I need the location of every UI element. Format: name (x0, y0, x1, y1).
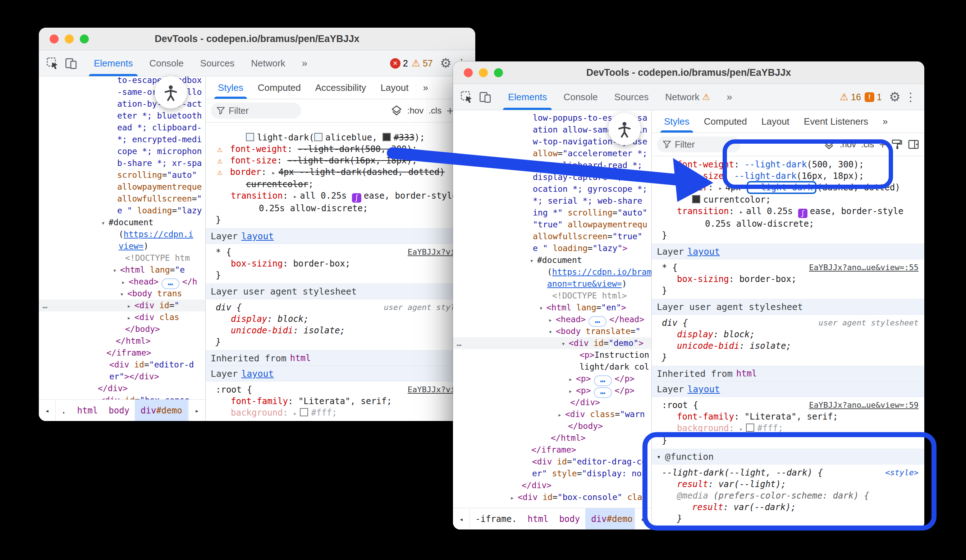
dom-tree-line[interactable]: ▸<head>…</h (39, 276, 205, 288)
style-declaration[interactable]: box-sizing: border-box; (657, 273, 921, 285)
dom-tree-line[interactable]: </div> (39, 383, 205, 395)
breadcrumb-item[interactable]: html (528, 514, 549, 524)
style-declaration[interactable]: transition: ▸all 0.25s ʃease, border-sty… (657, 205, 921, 218)
style-declaration[interactable]: 0.25s allow-discrete; (211, 203, 472, 214)
style-declaration[interactable]: } (657, 229, 921, 241)
tree-expand-icon[interactable]: ▸ (545, 314, 556, 326)
dom-tree-line[interactable]: <div id="editor-drag-co (453, 456, 651, 468)
style-declaration[interactable]: box-sizing: border-box; (211, 258, 472, 269)
style-declaration[interactable]: :root {EaYBJJx?view= (211, 384, 472, 395)
tab--[interactable]: » (300, 50, 309, 76)
style-declaration[interactable]: result: var(--light); (657, 478, 921, 490)
dom-tree-line[interactable]: eter *; bluetooth (39, 110, 205, 122)
layer-link[interactable]: layout (687, 246, 720, 257)
style-declaration[interactable]: ⚠font-size: --light-dark(16px, 18px); (211, 155, 472, 166)
sidebar-tab-styles[interactable]: Styles (662, 110, 691, 133)
tab-console[interactable]: Console (561, 84, 600, 110)
style-declaration[interactable]: ⚠border: ▸4px --light-dark(dashed, dotte… (211, 166, 472, 178)
style-declaration[interactable]: border: ▸4px --light-dark(dashed, dotted… (657, 182, 921, 194)
tab-network[interactable]: Network (249, 50, 287, 76)
filter-input[interactable]: Filter (211, 103, 301, 118)
dom-tree-line[interactable]: …▾<div id="demo"> (453, 337, 651, 349)
layer-link[interactable]: layout (241, 368, 274, 379)
maximize-button[interactable] (80, 34, 89, 43)
tree-expand-icon[interactable]: ▸ (507, 492, 518, 504)
dom-tree-line[interactable]: ▸<head>…</head> (453, 314, 651, 326)
tree-expand-icon[interactable]: ▾ (558, 338, 569, 349)
style-declaration[interactable]: } (657, 524, 921, 529)
dom-tree-line[interactable]: e " loading="lazy (39, 205, 205, 216)
sidebar-tab-layout[interactable]: Layout (379, 77, 410, 99)
gear-icon[interactable]: ⚙ (889, 90, 900, 105)
layer-link[interactable]: layout (687, 384, 720, 395)
tree-expand-icon[interactable]: ▾ (526, 255, 537, 267)
sidebar-tab-computed[interactable]: Computed (703, 110, 749, 133)
dom-tree-line[interactable]: allowpaymentreque (39, 181, 205, 193)
cascade-icon[interactable] (823, 139, 835, 150)
dom-tree-line[interactable]: b-share *; xr-spa (39, 157, 205, 169)
sidebar-tab-event-listeners[interactable]: Event Listeners (802, 110, 870, 133)
dom-tree-line[interactable]: </div> (453, 396, 651, 408)
style-declaration[interactable]: } (657, 435, 921, 446)
stylesheet-source-link[interactable]: EaYBJJx?ano…ue&view=:55 (809, 262, 918, 273)
sidebar-tab-layout[interactable]: Layout (760, 110, 791, 133)
style-declaration[interactable]: } (657, 513, 921, 524)
tab-network[interactable]: Network⚠ (663, 84, 712, 110)
hidden-elements-icon[interactable]: … (43, 300, 48, 311)
sidebar-tab--[interactable]: » (881, 110, 889, 133)
element-classes-button[interactable]: .cls (429, 106, 442, 116)
expand-shorthand-icon[interactable]: ▸ (293, 193, 300, 200)
dom-tree-line[interactable]: a *; clipboard-read *; (453, 159, 651, 171)
dom-tree-line[interactable]: er"></div> (39, 371, 205, 383)
breadcrumb-item[interactable]: div#demo (585, 508, 634, 529)
filter-input[interactable]: Filter (657, 136, 741, 152)
dom-tree-line[interactable]: ▸<div id="box-conso (39, 395, 205, 400)
breadcrumb-scroll-left[interactable]: ◂ (39, 400, 56, 421)
tab-elements[interactable]: Elements (506, 84, 549, 110)
dom-tree-line[interactable]: e " loading="lazy"> (453, 242, 651, 254)
minimize-button[interactable] (65, 34, 74, 43)
breadcrumb-item[interactable]: body (559, 514, 580, 524)
dom-tree-line[interactable]: (https://cdpn.i (39, 228, 205, 240)
style-declaration[interactable]: result: var(--dark); (657, 501, 921, 513)
style-declaration[interactable]: currentcolor; (211, 178, 472, 190)
dom-tree-line[interactable]: </html> (39, 335, 205, 347)
dom-tree-line[interactable]: ▾#document (453, 254, 651, 266)
style-declaration[interactable]: @media (prefers-color-scheme: dark) { (657, 490, 921, 501)
style-declaration[interactable]: background: ▸#fff; (211, 407, 472, 419)
window-titlebar[interactable]: DevTools - codepen.io/bramus/pen/EaYBJJx (453, 61, 924, 84)
style-declaration[interactable]: } (211, 214, 472, 226)
tab-elements[interactable]: Elements (92, 50, 135, 76)
resource-link[interactable]: view= (118, 241, 143, 251)
toggle-element-state-button[interactable]: :hov (840, 139, 856, 149)
kebab-menu-icon[interactable]: ⋮ (905, 90, 917, 104)
style-declaration[interactable]: * {EaYBJJx?view= (211, 246, 472, 258)
style-declaration[interactable]: light-dark(aliceblue, #333); (211, 132, 472, 143)
resource-link[interactable]: https://cdpn.i (124, 229, 194, 239)
resource-link[interactable]: https://cdpn.io/bram (552, 267, 651, 277)
dom-tree-line[interactable]: <!DOCTYPE htm (39, 252, 205, 264)
tree-expand-icon[interactable]: ▸ (124, 312, 135, 324)
dom-tree-line[interactable]: <p>Instruction (453, 349, 651, 361)
tree-expand-icon[interactable]: ▾ (536, 302, 547, 314)
sidebar-tab-accessibility[interactable]: Accessibility (314, 77, 368, 99)
style-declaration[interactable]: transition: ▸all 0.25s ʃease, border-sty… (211, 190, 472, 203)
dom-tree-line[interactable]: (https://cdpn.io/bram (453, 266, 651, 278)
function-section-header[interactable]: ▾@function (652, 449, 924, 465)
style-declaration[interactable]: div {user agent stylesl (211, 302, 472, 313)
warn-badge[interactable]: ⚠16 (840, 92, 861, 102)
dom-tree-line[interactable]: scrolling="auto" (39, 169, 205, 181)
dom-tree-line[interactable]: </body> (39, 323, 205, 335)
tree-expand-icon[interactable]: ▸ (124, 300, 135, 312)
warn-badge[interactable]: ⚠57 (412, 58, 433, 69)
style-declaration[interactable]: div {user agent stylesheet (657, 317, 921, 329)
device-toolbar-icon[interactable] (477, 89, 493, 105)
dom-tree-line[interactable]: "true" allowpaymentrequ (453, 219, 651, 231)
tree-expand-icon[interactable]: ▸ (118, 276, 129, 288)
style-declaration[interactable]: font-family: "Literata", serif; (211, 395, 472, 407)
style-declaration[interactable]: * {EaYBJJx?ano…ue&view=:55 (657, 262, 921, 273)
toggle-element-state-button[interactable]: :hov (407, 106, 424, 116)
tab--[interactable]: » (724, 84, 734, 110)
style-declaration[interactable]: --light-dark(--light, --dark) {<style> (657, 467, 921, 478)
dom-tree-line[interactable]: ▸<div clas (39, 311, 205, 323)
